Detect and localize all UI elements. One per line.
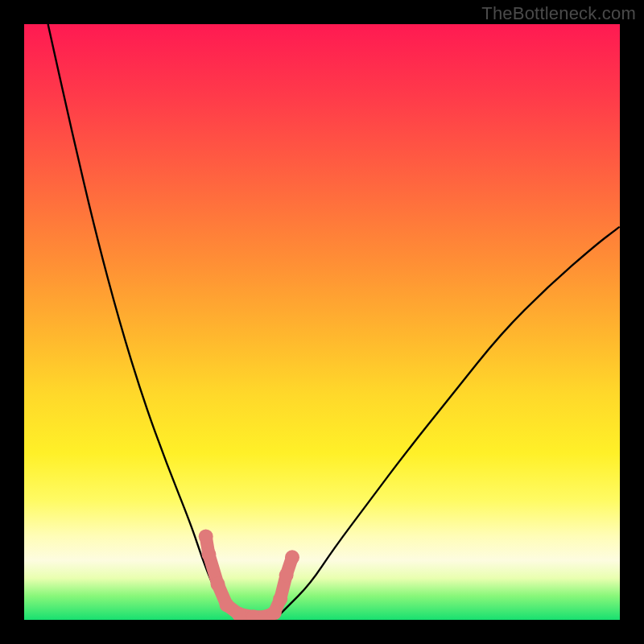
- marker-dot: [199, 529, 213, 543]
- marker-dot: [273, 592, 287, 606]
- watermark-text: TheBottleneck.com: [481, 3, 636, 24]
- marker-dot: [285, 550, 299, 564]
- marker-dot: [220, 598, 234, 613]
- marker-dot: [201, 547, 216, 562]
- right-curve: [275, 227, 620, 620]
- chart-frame: TheBottleneck.com: [0, 0, 644, 644]
- plot-area: [24, 24, 620, 620]
- marker-dot: [267, 605, 282, 620]
- curves-svg: [24, 24, 620, 620]
- marker-dot: [211, 577, 225, 592]
- left-curve: [48, 24, 239, 620]
- marker-dot: [279, 568, 294, 583]
